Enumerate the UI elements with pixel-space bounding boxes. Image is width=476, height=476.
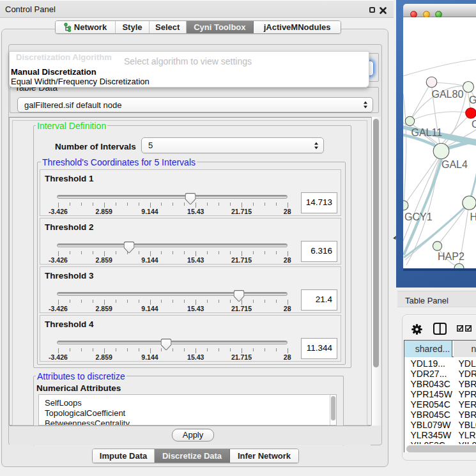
svg-text:GAL80: GAL80 — [432, 89, 464, 100]
svg-text:GAL11: GAL11 — [411, 127, 443, 138]
svg-text:HAP2: HAP2 — [438, 251, 464, 262]
svg-text:C: C — [472, 119, 476, 130]
svg-text:GA: GA — [469, 95, 476, 105]
svg-text:GCY1: GCY1 — [404, 211, 433, 222]
svg-text:H: H — [470, 211, 476, 222]
svg-text:GAL4: GAL4 — [441, 159, 468, 170]
